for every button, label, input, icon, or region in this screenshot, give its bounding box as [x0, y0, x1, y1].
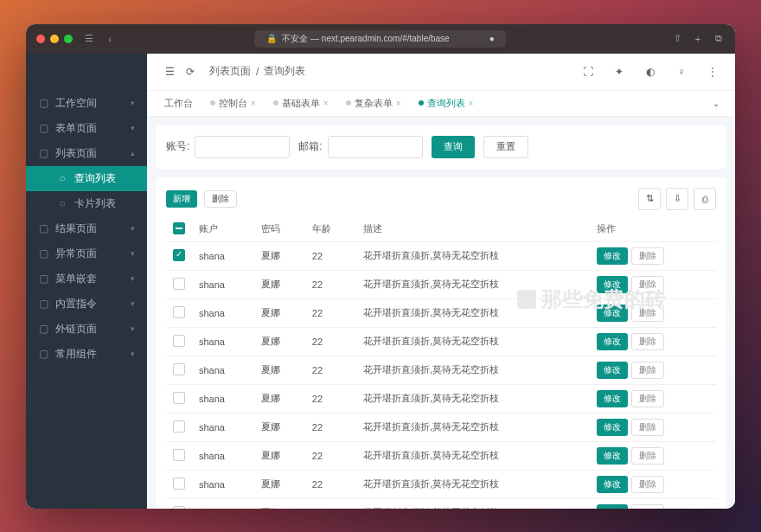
edit-button[interactable]: 修改 [597, 362, 628, 379]
delete-button[interactable]: 删除 [631, 362, 664, 379]
page-tab[interactable]: 控制台× [201, 91, 265, 116]
delete-button[interactable]: 删除 [631, 333, 664, 350]
cell-age: 22 [305, 327, 356, 356]
delete-button[interactable]: 删除 [631, 476, 664, 493]
cell-desc: 花开堪折直须折,莫待无花空折枝 [356, 270, 590, 298]
delete-button[interactable]: 删除 [631, 390, 664, 407]
page-tab[interactable]: 工作台 [156, 91, 201, 116]
filter-icon[interactable]: ⇅ [638, 188, 661, 210]
close-tab-icon[interactable]: × [251, 99, 256, 108]
row-checkbox[interactable] [173, 363, 185, 375]
new-tab-icon[interactable]: + [692, 33, 704, 45]
reader-icon[interactable]: ● [489, 34, 495, 43]
row-checkbox[interactable] [173, 506, 185, 509]
close-tab-icon[interactable]: × [323, 99, 329, 108]
sidebar-item[interactable]: ▢表单页面▾ [26, 116, 147, 141]
row-checkbox[interactable] [173, 306, 185, 318]
row-checkbox[interactable] [173, 392, 185, 404]
edit-button[interactable]: 修改 [597, 276, 628, 293]
delete-button[interactable]: 删除 [631, 447, 664, 465]
edit-button[interactable]: 修改 [597, 304, 628, 322]
tabs-overflow-icon[interactable]: ⌄ [706, 99, 726, 108]
collapse-sidebar-icon[interactable]: ☰ [159, 61, 180, 82]
row-checkbox[interactable] [173, 420, 185, 433]
column-header: 密码 [254, 217, 305, 242]
chevron-icon: ▾ [131, 274, 135, 283]
delete-button[interactable]: 删除 [631, 504, 664, 509]
minimize-window[interactable] [50, 35, 59, 43]
delete-button[interactable]: 删除 [631, 247, 664, 265]
back-icon[interactable]: ‹ [104, 33, 116, 45]
sidebar-item[interactable]: ▢内置指令▾ [26, 292, 147, 317]
add-button[interactable]: 新增 [166, 190, 197, 208]
edit-button[interactable]: 修改 [597, 247, 628, 265]
cell-desc: 花开堪折直须折,莫待无花空折枝 [356, 327, 590, 356]
fullscreen-icon[interactable]: ⛶ [578, 61, 598, 82]
print-icon[interactable]: ⎙ [694, 188, 716, 210]
page-tab[interactable]: 查询列表× [410, 91, 483, 116]
close-window[interactable] [36, 35, 45, 43]
account-input[interactable] [195, 136, 290, 158]
table-row: shana 夏娜 22 花开堪折直须折,莫待无花空折枝 修改删除 [166, 298, 716, 327]
sidebar-item[interactable]: ▢结果页面▾ [26, 216, 147, 241]
page-tab[interactable]: 基础表单× [265, 91, 337, 116]
more-icon[interactable]: ⋮ [702, 61, 723, 82]
cell-desc: 花开堪折直须折,莫待无花空折枝 [356, 498, 590, 509]
row-checkbox[interactable] [173, 449, 185, 461]
edit-button[interactable]: 修改 [597, 447, 628, 465]
delete-button[interactable]: 删除 [631, 419, 664, 436]
sidebar-item[interactable]: ▢外链页面▾ [26, 317, 147, 342]
tabs-icon[interactable]: ⧉ [713, 33, 725, 45]
table-row: shana 夏娜 22 花开堪折直须折,莫待无花空折枝 修改删除 [166, 241, 716, 270]
sidebar-item[interactable]: ▢异常页面▾ [26, 241, 147, 266]
sidebar-toggle-icon[interactable]: ☰ [83, 33, 95, 45]
export-icon[interactable]: ⇩ [666, 188, 688, 210]
row-checkbox[interactable] [173, 335, 185, 347]
select-all-checkbox[interactable] [173, 222, 185, 234]
chevron-icon: ▾ [131, 324, 135, 333]
user-icon[interactable]: ♀ [671, 61, 692, 82]
cell-account: shana [192, 498, 254, 509]
sidebar-item[interactable]: ▢列表页面▴ [26, 141, 147, 166]
breadcrumb-item[interactable]: 列表页面 [209, 64, 251, 79]
cell-password: 夏娜 [254, 470, 305, 498]
sidebar-subitem[interactable]: ○卡片列表 [26, 191, 147, 216]
sidebar-subitem[interactable]: ○查询列表 [26, 166, 147, 191]
delete-button[interactable]: 删除 [631, 276, 664, 293]
notification-icon[interactable]: ✦ [609, 61, 630, 82]
row-checkbox[interactable] [173, 249, 185, 261]
email-input[interactable] [328, 136, 423, 158]
cell-age: 22 [305, 356, 356, 384]
sidebar-item[interactable]: ▢工作空间▾ [26, 91, 147, 116]
row-checkbox[interactable] [173, 478, 185, 490]
edit-button[interactable]: 修改 [597, 419, 628, 436]
maximize-window[interactable] [64, 35, 73, 43]
query-button[interactable]: 查询 [432, 136, 475, 158]
theme-icon[interactable]: ◐ [640, 61, 661, 82]
edit-button[interactable]: 修改 [597, 504, 628, 509]
tab-label: 查询列表 [427, 97, 465, 110]
close-tab-icon[interactable]: × [469, 99, 474, 108]
share-icon[interactable]: ⇧ [671, 33, 683, 45]
check-icon: ▢ [38, 223, 48, 234]
edit-button[interactable]: 修改 [597, 390, 628, 407]
url-bar[interactable]: 🔒 不安全 — next.pearadmin.com/#/table/base … [254, 30, 506, 48]
chevron-icon: ▴ [131, 149, 135, 157]
batch-delete-button[interactable]: 删除 [204, 190, 237, 208]
delete-button[interactable]: 删除 [631, 304, 664, 322]
edit-button[interactable]: 修改 [597, 333, 628, 350]
sidebar-item-label: 表单页面 [55, 121, 97, 136]
sidebar-item[interactable]: ▢常用组件▾ [26, 342, 147, 367]
close-tab-icon[interactable]: × [396, 99, 401, 108]
page-tab[interactable]: 复杂表单× [337, 91, 410, 116]
edit-button[interactable]: 修改 [597, 476, 628, 493]
refresh-icon[interactable]: ⟳ [180, 61, 201, 82]
reset-button[interactable]: 重置 [483, 136, 528, 158]
breadcrumb-item[interactable]: 查询列表 [264, 64, 305, 79]
sidebar-item[interactable]: ▢菜单嵌套▾ [26, 266, 147, 292]
table-row: shana 夏娜 22 花开堪折直须折,莫待无花空折枝 修改删除 [166, 270, 716, 298]
cell-desc: 花开堪折直须折,莫待无花空折枝 [356, 356, 590, 384]
row-checkbox[interactable] [173, 278, 185, 290]
url-text: 不安全 — next.pearadmin.com/#/table/base [282, 33, 449, 45]
tab-dot-icon [419, 100, 424, 106]
